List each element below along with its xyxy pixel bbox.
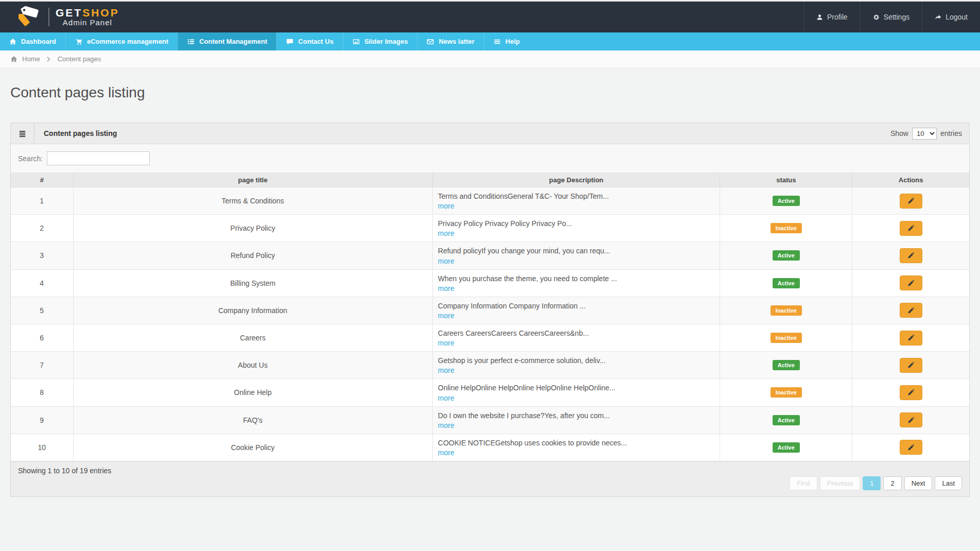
breadcrumb-current: Content pages bbox=[58, 55, 101, 63]
column-header-number[interactable]: # bbox=[11, 173, 73, 187]
more-link[interactable]: more bbox=[438, 312, 454, 320]
topbar-item-settings[interactable]: Settings bbox=[860, 2, 922, 32]
cart-icon bbox=[75, 38, 82, 45]
topbar-item-label: Profile bbox=[827, 13, 848, 21]
show-entries-control: Show 10 entries bbox=[890, 128, 969, 140]
nav-item-label: News latter bbox=[439, 38, 474, 45]
page-title: Content pages listing bbox=[10, 84, 970, 101]
edit-button[interactable] bbox=[900, 303, 922, 318]
panel-collapse-button[interactable] bbox=[11, 123, 34, 144]
row-number: 10 bbox=[11, 434, 73, 461]
topbar-item-label: Logout bbox=[946, 13, 968, 21]
row-page-description: COOKIE NOTICEGetshop uses cookies to pro… bbox=[438, 438, 715, 447]
more-link[interactable]: more bbox=[438, 449, 454, 457]
page-button-last[interactable]: Last bbox=[935, 476, 962, 490]
edit-button[interactable] bbox=[900, 221, 922, 236]
nav-item-slider-images[interactable]: Slider Images bbox=[343, 32, 417, 50]
edit-button[interactable] bbox=[900, 412, 922, 427]
brand-logo: GETSHOP Admin Panel bbox=[0, 2, 119, 32]
nav-item-label: eCommerce management bbox=[87, 38, 168, 45]
user-icon bbox=[816, 14, 823, 21]
more-link[interactable]: more bbox=[438, 394, 454, 402]
edit-button[interactable] bbox=[900, 440, 922, 455]
search-input[interactable] bbox=[47, 151, 150, 165]
status-badge: Inactive bbox=[771, 305, 802, 316]
breadcrumb-home-label: Home bbox=[22, 55, 40, 63]
more-link[interactable]: more bbox=[438, 339, 454, 347]
edit-button[interactable] bbox=[900, 276, 922, 290]
more-link[interactable]: more bbox=[438, 202, 454, 210]
edit-button[interactable] bbox=[900, 194, 922, 209]
row-page-description: Company Information Company Information … bbox=[438, 301, 715, 311]
edit-button[interactable] bbox=[900, 248, 922, 263]
table-row: 6 Careers Careers CareersCareers Careers… bbox=[11, 324, 969, 351]
nav-item-label: Content Management bbox=[199, 38, 267, 45]
table-row: 1 Terms & Conditions Terms and Condition… bbox=[11, 187, 969, 215]
pencil-icon bbox=[907, 334, 915, 341]
more-link[interactable]: more bbox=[438, 421, 454, 429]
price-tags-icon bbox=[19, 6, 42, 28]
status-badge: Active bbox=[773, 360, 800, 370]
table-row: 9 FAQ's Do I own the website I purchase?… bbox=[11, 406, 969, 434]
more-link[interactable]: more bbox=[438, 284, 454, 292]
pencil-icon bbox=[907, 389, 915, 396]
page-button-next[interactable]: Next bbox=[904, 476, 933, 490]
logo-divider bbox=[48, 8, 49, 26]
edit-button[interactable] bbox=[900, 385, 922, 400]
row-number: 9 bbox=[11, 406, 73, 434]
data-table: # page title page Description status Act… bbox=[11, 173, 969, 461]
image-icon bbox=[353, 38, 360, 45]
topbar-item-profile[interactable]: Profile bbox=[803, 2, 860, 32]
pencil-icon bbox=[907, 444, 915, 451]
page-button-first: First bbox=[790, 476, 817, 490]
nav-item-help[interactable]: Help bbox=[484, 32, 529, 50]
status-badge: Active bbox=[773, 250, 800, 261]
home-icon bbox=[10, 56, 18, 63]
page-button-previous: Previous bbox=[820, 476, 861, 490]
nav-item-contact-us[interactable]: Contact Us bbox=[276, 32, 343, 50]
row-number: 6 bbox=[11, 324, 73, 351]
edit-button[interactable] bbox=[900, 358, 922, 373]
chat-icon bbox=[286, 38, 293, 45]
row-number: 3 bbox=[11, 242, 73, 269]
page-button-1[interactable]: 1 bbox=[863, 476, 881, 490]
breadcrumb-home-link[interactable]: Home bbox=[10, 55, 40, 63]
row-page-title: Cookie Policy bbox=[73, 434, 432, 461]
nav-item-content-management[interactable]: Content Management bbox=[178, 32, 276, 50]
row-page-title: Online Help bbox=[73, 379, 432, 406]
row-page-description: Online HelpOnline HelpOnline HelpOnline … bbox=[438, 383, 715, 392]
pencil-icon bbox=[907, 307, 915, 314]
status-badge: Inactive bbox=[771, 387, 802, 398]
table-row: 2 Privacy Policy Privacy Policy Privacy … bbox=[11, 215, 969, 242]
column-header-actions[interactable]: Actions bbox=[852, 173, 969, 187]
entries-label: entries bbox=[940, 129, 962, 137]
page-size-select[interactable]: 10 bbox=[912, 128, 937, 140]
status-badge: Inactive bbox=[771, 223, 802, 233]
row-page-title: Terms & Conditions bbox=[73, 187, 432, 215]
show-label: Show bbox=[890, 129, 908, 137]
row-page-title: Billing System bbox=[73, 269, 432, 297]
status-badge: Inactive bbox=[771, 333, 802, 343]
column-header-page-title[interactable]: page title bbox=[73, 173, 432, 187]
more-link[interactable]: more bbox=[438, 257, 454, 265]
nav-item-ecommerce-management[interactable]: eCommerce management bbox=[65, 32, 178, 50]
edit-button[interactable] bbox=[900, 331, 922, 346]
table-header: # page title page Description status Act… bbox=[11, 173, 969, 187]
search-row: Search: bbox=[11, 144, 969, 173]
more-link[interactable]: more bbox=[438, 366, 454, 374]
column-header-status[interactable]: status bbox=[720, 173, 852, 187]
topbar-item-logout[interactable]: Logout bbox=[922, 2, 980, 32]
row-number: 8 bbox=[11, 379, 73, 406]
more-link[interactable]: more bbox=[438, 229, 454, 237]
row-number: 4 bbox=[11, 269, 73, 297]
home-icon bbox=[9, 38, 16, 45]
nav-item-news-latter[interactable]: News latter bbox=[417, 32, 483, 50]
listing-panel: Content pages listing Show 10 entries Se… bbox=[10, 123, 970, 497]
panel-footer: Showing 1 to 10 of 19 entries FirstPrevi… bbox=[11, 461, 969, 496]
brand-name: GETSHOP bbox=[56, 7, 119, 19]
column-header-page-description[interactable]: page Description bbox=[432, 173, 720, 187]
page-button-2[interactable]: 2 bbox=[883, 476, 901, 490]
hamburger-icon bbox=[19, 130, 26, 137]
table-row: 8 Online Help Online HelpOnline HelpOnli… bbox=[11, 379, 969, 406]
nav-item-dashboard[interactable]: Dashboard bbox=[0, 32, 65, 50]
